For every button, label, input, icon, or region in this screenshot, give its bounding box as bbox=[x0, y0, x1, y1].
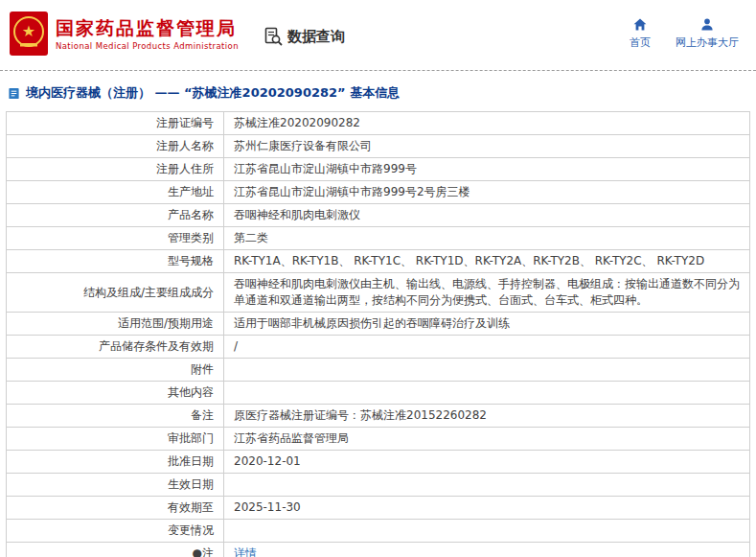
field-value: 苏州仁康医疗设备有限公司 bbox=[224, 135, 750, 158]
field-label: ●注 bbox=[7, 543, 224, 557]
field-label: 生效日期 bbox=[7, 474, 224, 497]
table-row: 型号规格RK-TY1A、RK-TY1B、 RK-TY1C、 RK-TY1D、RK… bbox=[7, 250, 750, 273]
field-label: 注册人住所 bbox=[7, 158, 224, 181]
header-nav: 首页 网上办事大厅 bbox=[630, 17, 739, 50]
info-table: 注册证编号苏械注准20202090282注册人名称苏州仁康医疗设备有限公司注册人… bbox=[6, 111, 750, 557]
page-title: 境内医疗器械（注册） —— “苏械注准20202090282” 基本信息 bbox=[26, 84, 400, 102]
field-label: 审批部门 bbox=[7, 428, 224, 451]
table-row: 适用范围/预期用途适用于咽部非机械原因损伤引起的吞咽障碍治疗及训练 bbox=[7, 313, 750, 336]
field-value: / bbox=[224, 336, 750, 359]
table-row: 管理类别第二类 bbox=[7, 227, 750, 250]
field-label: 备注 bbox=[7, 405, 224, 428]
nav-home-label: 首页 bbox=[630, 35, 651, 50]
table-row: 产品名称吞咽神经和肌肉电刺激仪 bbox=[7, 204, 750, 227]
section-data-query[interactable]: 数据查询 bbox=[263, 27, 345, 46]
table-row: ●注详情 bbox=[7, 543, 750, 557]
data-query-icon bbox=[263, 27, 283, 46]
field-label: 结构及组成/主要组成成分 bbox=[7, 273, 224, 313]
detail-link[interactable]: 详情 bbox=[234, 546, 257, 557]
field-value bbox=[224, 520, 750, 543]
table-row: 批准日期2020-12-01 bbox=[7, 451, 750, 474]
field-label: 产品名称 bbox=[7, 204, 224, 227]
table-row: 产品储存条件及有效期/ bbox=[7, 336, 750, 359]
field-value: 江苏省药品监督管理局 bbox=[224, 428, 750, 451]
table-row: 备注原医疗器械注册证编号：苏械注准20152260282 bbox=[7, 405, 750, 428]
table-row: 结构及组成/主要组成成分吞咽神经和肌肉电刺激仪由主机、输出线、电源线、手持控制器… bbox=[7, 273, 750, 313]
field-value: 2025-11-30 bbox=[224, 497, 750, 520]
field-value: 江苏省昆山市淀山湖镇中市路999号2号房三楼 bbox=[224, 181, 750, 204]
field-label: 批准日期 bbox=[7, 451, 224, 474]
table-row: 其他内容 bbox=[7, 382, 750, 405]
national-emblem-logo: ★ bbox=[10, 12, 48, 56]
table-row: 生效日期 bbox=[7, 474, 750, 497]
field-label: 产品储存条件及有效期 bbox=[7, 336, 224, 359]
field-value: 适用于咽部非机械原因损伤引起的吞咽障碍治疗及训练 bbox=[224, 313, 750, 336]
brand[interactable]: ★ 国家药品监督管理局 National Medical Products Ad… bbox=[10, 12, 239, 56]
field-label: 变更情况 bbox=[7, 520, 224, 543]
info-table-body: 注册证编号苏械注准20202090282注册人名称苏州仁康医疗设备有限公司注册人… bbox=[7, 112, 750, 557]
table-row: 审批部门江苏省药品监督管理局 bbox=[7, 428, 750, 451]
field-value: 吞咽神经和肌肉电刺激仪由主机、输出线、电源线、手持控制器、电极组成：按输出通道数… bbox=[224, 273, 750, 313]
field-value: 详情 bbox=[224, 543, 750, 557]
brand-text: 国家药品监督管理局 National Medical Products Admi… bbox=[56, 15, 239, 52]
org-name-en: National Medical Products Administration bbox=[56, 40, 239, 52]
site-header: ★ 国家药品监督管理局 National Medical Products Ad… bbox=[0, 0, 756, 71]
home-icon bbox=[632, 17, 648, 33]
table-row: 附件 bbox=[7, 359, 750, 382]
field-value: 2020-12-01 bbox=[224, 451, 750, 474]
nav-online-hall[interactable]: 网上办事大厅 bbox=[676, 17, 739, 50]
field-label: 生产地址 bbox=[7, 181, 224, 204]
table-row: 注册证编号苏械注准20202090282 bbox=[7, 112, 750, 135]
table-row: 注册人住所江苏省昆山市淀山湖镇中市路999号 bbox=[7, 158, 750, 181]
org-name: 国家药品监督管理局 bbox=[56, 15, 239, 40]
field-value: 苏械注准20202090282 bbox=[224, 112, 750, 135]
field-label: 注册证编号 bbox=[7, 112, 224, 135]
field-value: 江苏省昆山市淀山湖镇中市路999号 bbox=[224, 158, 750, 181]
person-icon bbox=[699, 17, 715, 33]
table-row: 变更情况 bbox=[7, 520, 750, 543]
field-label: 型号规格 bbox=[7, 250, 224, 273]
field-value: 吞咽神经和肌肉电刺激仪 bbox=[224, 204, 750, 227]
field-label: 有效期至 bbox=[7, 497, 224, 520]
field-label: 注册人名称 bbox=[7, 135, 224, 158]
nav-home[interactable]: 首页 bbox=[630, 17, 651, 50]
field-label: 适用范围/预期用途 bbox=[7, 313, 224, 336]
table-row: 注册人名称苏州仁康医疗设备有限公司 bbox=[7, 135, 750, 158]
field-value: RK-TY1A、RK-TY1B、 RK-TY1C、 RK-TY1D、RK-TY2… bbox=[224, 250, 750, 273]
field-label: 管理类别 bbox=[7, 227, 224, 250]
page-title-bar: 境内医疗器械（注册） —— “苏械注准20202090282” 基本信息 bbox=[0, 71, 756, 111]
nav-online-hall-label: 网上办事大厅 bbox=[676, 35, 739, 50]
table-row: 有效期至2025-11-30 bbox=[7, 497, 750, 520]
field-label: 附件 bbox=[7, 359, 224, 382]
field-value: 原医疗器械注册证编号：苏械注准20152260282 bbox=[224, 405, 750, 428]
field-label: 其他内容 bbox=[7, 382, 224, 405]
table-row: 生产地址江苏省昆山市淀山湖镇中市路999号2号房三楼 bbox=[7, 181, 750, 204]
document-icon bbox=[8, 87, 20, 100]
field-value: 第二类 bbox=[224, 227, 750, 250]
field-value bbox=[224, 359, 750, 382]
field-value bbox=[224, 382, 750, 405]
section-title-label: 数据查询 bbox=[287, 28, 345, 46]
svg-text:★: ★ bbox=[22, 22, 35, 40]
field-value bbox=[224, 474, 750, 497]
